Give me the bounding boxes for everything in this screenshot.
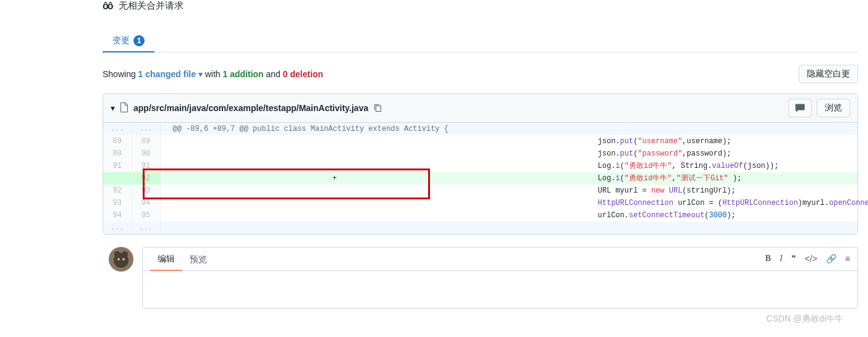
changed-files-link[interactable]: 1 changed file	[138, 69, 196, 79]
expand-up-icon[interactable]: ...	[103, 123, 132, 135]
tab-changes-count: 1	[133, 35, 145, 46]
expand-placeholder: ...	[132, 222, 160, 234]
old-line-num[interactable]: 94	[103, 209, 132, 222]
pull-request-icon: ôô	[103, 1, 112, 12]
svg-point-4	[117, 258, 120, 260]
code-line: HttpURLConnection urlCon = (HttpURLConne…	[509, 197, 858, 209]
summary-showing: Showing	[103, 69, 138, 79]
avatar[interactable]	[109, 247, 133, 272]
link-button[interactable]: 🔗	[826, 254, 836, 264]
old-line-num[interactable]: 93	[103, 197, 132, 209]
old-line-num[interactable]: 89	[103, 135, 132, 148]
comment-toggle-button[interactable]	[788, 99, 812, 117]
diff-sign	[160, 197, 509, 209]
code-line: urlCon.setConnectTimeout(3000);	[509, 209, 858, 222]
diff-summary: Showing 1 changed file ▾ with 1 addition…	[103, 69, 323, 79]
browse-file-button[interactable]: 浏览	[817, 99, 850, 117]
diff-sign	[160, 209, 509, 222]
new-line-num[interactable]: 89	[132, 135, 160, 148]
file-path[interactable]: app/src/main/java/com/example/testapp/Ma…	[133, 103, 368, 113]
svg-point-5	[122, 258, 125, 260]
hunk-header: @@ -89,6 +89,7 @@ public class MainActiv…	[160, 123, 857, 135]
svg-point-3	[122, 251, 128, 257]
tab-changes[interactable]: 变更 1	[103, 29, 154, 52]
diff-table: ... ... @@ -89,6 +89,7 @@ public class M…	[103, 123, 857, 234]
quote-button[interactable]: ❞	[791, 254, 796, 264]
deletions-count: 0 deletion	[283, 69, 323, 79]
diff-file-box: ▾ app/src/main/java/com/example/testapp/…	[103, 93, 858, 235]
comment-editor: 编辑 预览 B I ❞ </> 🔗 ≡	[142, 247, 858, 309]
collapse-file-icon[interactable]: ▾	[111, 103, 115, 113]
old-line-num[interactable]: 92	[103, 185, 132, 197]
expand-down-icon[interactable]: ...	[103, 222, 132, 234]
new-line-num[interactable]: 90	[132, 148, 160, 160]
new-line-num[interactable]: 91	[132, 160, 160, 172]
tab-changes-label: 变更	[112, 35, 130, 46]
related-pr-link[interactable]: 无相关合并请求	[119, 0, 183, 12]
old-line-num[interactable]	[103, 172, 132, 185]
diff-sign: +	[160, 172, 509, 185]
hunk-spacer	[160, 222, 857, 234]
code-line: json.put("username",username);	[509, 135, 858, 148]
list-button[interactable]: ≡	[845, 254, 850, 264]
diff-sign	[160, 185, 509, 197]
code-line: URL myurl = new URL(stringUrl);	[509, 185, 858, 197]
hide-whitespace-button[interactable]: 隐藏空白更	[799, 65, 858, 83]
new-line-num[interactable]: 93	[132, 185, 160, 197]
additions-count: 1 addition	[223, 69, 264, 79]
new-line-num[interactable]: 95	[132, 209, 160, 222]
expand-placeholder: ...	[132, 123, 160, 135]
code-line: Log.i("勇敢id牛牛","测试一下Git" );	[509, 172, 858, 185]
new-line-num[interactable]: 94	[132, 197, 160, 209]
italic-button[interactable]: I	[780, 254, 783, 264]
old-line-num[interactable]: 90	[103, 148, 132, 160]
old-line-num[interactable]: 91	[103, 160, 132, 172]
chevron-down-icon[interactable]: ▾	[198, 69, 203, 79]
file-icon	[120, 102, 129, 114]
diff-sign	[160, 148, 509, 160]
summary-and: and	[264, 69, 283, 79]
code-line: Log.i("勇敢id牛牛", String.valueOf(json));	[509, 160, 858, 172]
code-line: json.put("password",password);	[509, 148, 858, 160]
svg-point-2	[114, 251, 120, 257]
copy-path-icon[interactable]	[373, 103, 382, 114]
summary-with: with	[205, 69, 223, 79]
new-line-num[interactable]: 92	[132, 172, 160, 185]
tab-edit[interactable]: 编辑	[150, 248, 182, 271]
comment-textarea[interactable]	[143, 271, 857, 302]
code-button[interactable]: </>	[805, 254, 817, 264]
tab-preview[interactable]: 预览	[182, 248, 214, 270]
bold-button[interactable]: B	[765, 254, 771, 264]
diff-sign	[160, 135, 509, 148]
diff-sign	[160, 160, 509, 172]
